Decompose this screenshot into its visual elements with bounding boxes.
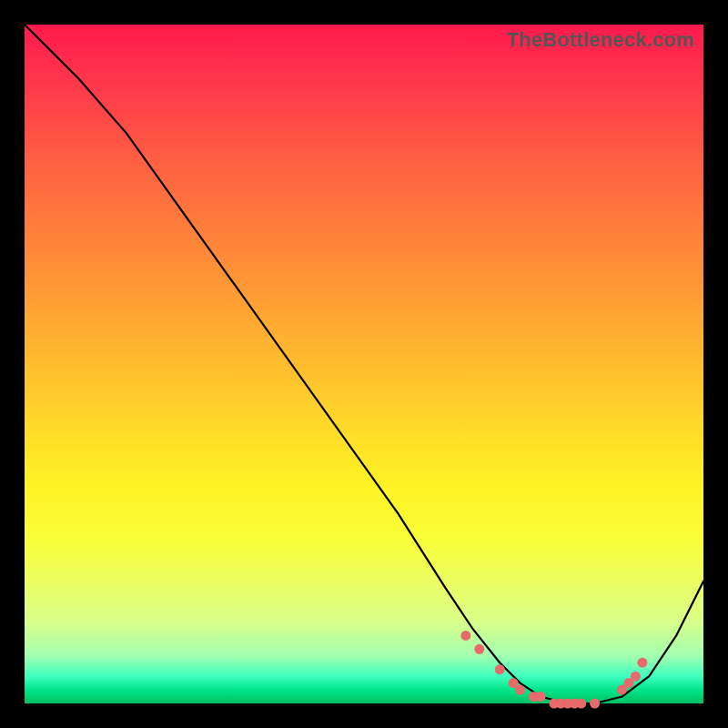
marker-dot	[590, 699, 600, 709]
marker-dot	[495, 664, 505, 674]
plot-area: TheBottleneck.com	[25, 25, 703, 703]
marker-dot	[536, 692, 546, 702]
curve-layer	[25, 25, 703, 703]
marker-dot	[631, 672, 641, 682]
marker-dot	[637, 658, 647, 668]
marker-dot	[474, 644, 484, 654]
marker-dot	[460, 631, 470, 641]
bottleneck-curve	[25, 25, 703, 703]
marker-dot	[515, 685, 525, 695]
chart-stage: TheBottleneck.com	[0, 0, 728, 728]
marker-dot	[576, 699, 586, 709]
